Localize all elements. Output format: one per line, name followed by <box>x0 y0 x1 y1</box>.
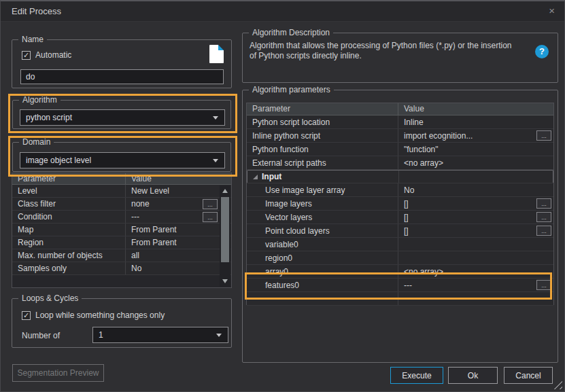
dialog-title: Edit Process <box>12 1 61 22</box>
loop-checkbox[interactable]: ✓ <box>22 311 31 320</box>
domain-group-label: Domain <box>19 137 54 147</box>
scrollbar-thumb[interactable] <box>221 197 229 262</box>
table-row[interactable]: Condition---... <box>12 211 231 224</box>
param-label: features0 <box>265 281 299 290</box>
value-label: Inline <box>404 118 424 127</box>
value-label: --- <box>131 212 139 221</box>
value-label: From Parent <box>131 225 177 234</box>
table-row[interactable]: Vector layers[]... <box>247 211 553 224</box>
value-label: [] <box>404 213 409 222</box>
help-icon[interactable]: ? <box>535 45 549 58</box>
table-row[interactable]: region0 <box>247 251 553 265</box>
close-icon[interactable]: × <box>549 5 555 16</box>
table-row[interactable]: External script paths<no array> <box>247 156 553 170</box>
algorithm-parameters-table: Parameter Value Python script locationIn… <box>246 103 554 305</box>
chevron-down-icon[interactable] <box>213 159 218 162</box>
name-group-label: Name <box>18 35 47 44</box>
description-group-label: Algorithm Description <box>249 28 333 37</box>
execute-button[interactable]: Execute <box>390 367 443 384</box>
ok-button[interactable]: Ok <box>448 367 498 384</box>
algorithm-selected-value: python script <box>26 113 72 122</box>
table-row[interactable]: features0---... <box>247 279 553 292</box>
table-row[interactable]: Samples onlyNo <box>12 262 231 275</box>
table-row[interactable]: array0<no array> <box>247 265 553 279</box>
param-label: Image layers <box>265 199 312 209</box>
param-label: Condition <box>18 212 52 221</box>
param-label: Point cloud layers <box>265 226 330 236</box>
table-row[interactable]: RegionFrom Parent <box>12 236 231 249</box>
value-label: No <box>404 185 414 195</box>
process-name-input[interactable] <box>20 69 224 84</box>
param-label: Inline python script <box>252 131 320 141</box>
param-group-row[interactable]: Input <box>247 170 553 183</box>
table-row[interactable]: variable0 <box>247 238 553 251</box>
loop-checkbox-label: Loop while something changes only <box>35 310 165 320</box>
domain-select[interactable]: image object level <box>20 152 225 168</box>
ellipsis-button[interactable]: ... <box>203 212 218 222</box>
ellipsis-button[interactable]: ... <box>203 199 218 209</box>
table-header: Parameter Value <box>12 173 231 185</box>
ellipsis-button[interactable]: ... <box>536 130 551 141</box>
loops-cycles-group: Loops & Cycles ✓ Loop while something ch… <box>12 298 232 348</box>
ellipsis-button[interactable]: ... <box>536 280 551 290</box>
table-row[interactable]: Max. number of objectsall <box>12 249 231 262</box>
resize-grip[interactable] <box>553 380 562 389</box>
value-label: --- <box>404 281 412 290</box>
column-header-parameter[interactable]: Parameter <box>12 173 125 184</box>
table-row[interactable]: Inline python scriptimport ecognition...… <box>247 129 553 143</box>
domain-group: Domain image object level <box>12 142 231 172</box>
algorithm-parameters-group: Algorithm parameters Parameter Value Pyt… <box>242 90 558 363</box>
table-row[interactable]: Python function"function" <box>247 143 553 156</box>
param-label: Level <box>18 186 37 196</box>
column-header-value[interactable]: Value <box>125 173 231 184</box>
param-label: Class filter <box>18 199 56 209</box>
value-label: <no array> <box>404 158 443 168</box>
number-of-select[interactable]: 1 <box>92 327 228 343</box>
value-label: all <box>131 251 139 260</box>
automatic-checkbox[interactable]: ✓ <box>22 51 31 60</box>
table-row[interactable]: Python script locationInline <box>247 115 553 129</box>
table-row[interactable]: Point cloud layers[]... <box>247 224 553 238</box>
table-rows: Python script locationInlineInline pytho… <box>247 115 553 306</box>
value-label: No <box>131 264 141 273</box>
param-label: Input <box>262 172 281 181</box>
table-row[interactable]: Class filternone... <box>12 198 231 211</box>
param-label: Region <box>18 238 44 247</box>
ellipsis-button[interactable]: ... <box>536 198 551 209</box>
algorithm-description-text: Algorithm that allows the processing of … <box>250 41 515 61</box>
table-row[interactable]: LevelNew Level <box>12 185 231 198</box>
table-row[interactable] <box>247 292 553 306</box>
param-label: Vector layers <box>265 213 312 222</box>
table-header: Parameter Value <box>247 103 553 115</box>
chevron-down-icon[interactable] <box>216 334 222 337</box>
param-label: array0 <box>265 267 288 277</box>
table-rows: LevelNew LevelClass filternone...Conditi… <box>12 185 231 275</box>
table-row[interactable]: MapFrom Parent <box>12 224 231 236</box>
param-label: Use image layer array <box>265 185 345 195</box>
param-label: Samples only <box>18 264 67 273</box>
scroll-up-icon[interactable] <box>222 189 228 193</box>
number-of-label: Number of <box>22 331 60 340</box>
column-header-value[interactable]: Value <box>398 103 553 115</box>
scroll-down-icon[interactable] <box>222 279 228 283</box>
column-header-parameter[interactable]: Parameter <box>247 103 398 115</box>
tree-expander-icon[interactable] <box>253 175 258 179</box>
param-label: variable0 <box>265 240 298 249</box>
chevron-down-icon[interactable] <box>213 116 218 120</box>
segmentation-preview-button[interactable]: Segmentation Preview <box>12 364 104 382</box>
ellipsis-button[interactable]: ... <box>536 226 551 236</box>
algorithm-group-label: Algorithm <box>19 95 61 105</box>
value-label: "function" <box>404 145 439 154</box>
cancel-button[interactable]: Cancel <box>504 367 553 384</box>
edit-process-dialog: Edit Process × Name ✓ Automatic Algorith… <box>0 0 565 392</box>
table-row[interactable]: Use image layer arrayNo <box>247 183 553 197</box>
loops-group-label: Loops & Cycles <box>18 293 82 303</box>
param-label: Python script location <box>252 118 330 127</box>
scrollbar[interactable] <box>220 185 230 287</box>
table-row[interactable]: Image layers[]... <box>247 197 553 211</box>
algorithm-select[interactable]: python script <box>20 109 225 126</box>
document-icon[interactable] <box>209 45 224 63</box>
value-label: none <box>131 199 150 209</box>
automatic-checkbox-row: ✓ Automatic <box>22 50 71 60</box>
ellipsis-button[interactable]: ... <box>536 212 551 222</box>
